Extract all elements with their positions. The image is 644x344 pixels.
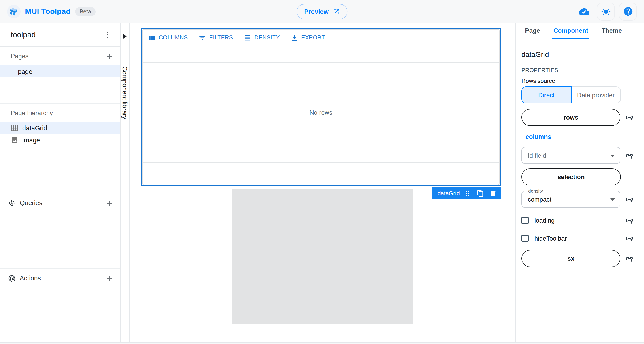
density-value: compact [528, 196, 552, 203]
hide-toolbar-label: hideToolbar [534, 235, 567, 242]
chevron-down-icon [610, 154, 615, 157]
sidebar-item-page-label: page [18, 68, 32, 75]
grid-filters-button[interactable]: FILTERS [198, 34, 233, 41]
add-link-icon [625, 216, 634, 225]
beta-badge: Beta [75, 7, 96, 16]
bind-sx-button[interactable] [620, 254, 638, 263]
expand-library-icon[interactable] [124, 34, 126, 39]
grid-columns-button[interactable]: COLUMNS [148, 34, 188, 41]
bind-hide-toolbar-button[interactable] [620, 234, 638, 243]
hierarchy-item-image-label: image [22, 136, 40, 143]
component-library-strip[interactable]: Component library [121, 23, 130, 342]
project-menu-button[interactable]: ⋮ [101, 29, 114, 40]
app-bar-actions [575, 3, 637, 20]
duplicate-component-button[interactable] [477, 190, 484, 197]
component-library-label: Component library [121, 66, 128, 119]
grid-filters-label: FILTERS [209, 35, 233, 41]
rows-source-data-provider-option[interactable]: Data provider [571, 86, 621, 103]
bind-rows-button[interactable] [620, 113, 638, 122]
id-field-select[interactable]: Id field [522, 147, 620, 164]
loading-property-row: loading [522, 215, 638, 226]
inspector-panel: Page Component Theme dataGrid PROPERTIES… [515, 23, 644, 342]
selection-property-row: selection [522, 168, 638, 186]
theme-toggle-button[interactable] [597, 3, 615, 20]
density-select[interactable]: density compact [522, 191, 620, 208]
bind-id-field-button[interactable] [620, 151, 638, 160]
hierarchy-item-datagrid[interactable]: dataGrid [0, 122, 120, 134]
bind-density-button[interactable] [620, 195, 638, 204]
actions-section: Actions + [0, 268, 120, 342]
app-bottom-edge [0, 342, 644, 344]
datagrid-footer [143, 162, 499, 185]
columns-editor-link[interactable]: columns [526, 133, 551, 140]
brand[interactable]: MUI Toolpad Beta [7, 5, 96, 18]
app-bar: MUI Toolpad Beta Preview [0, 0, 644, 23]
rows-source-toggle: Direct Data provider [522, 86, 621, 103]
datagrid-paper: COLUMNS FILTERS DENSITY EXPORT [142, 29, 500, 185]
properties-heading: PROPERTIES: [522, 67, 638, 73]
grid-columns-label: COLUMNS [159, 35, 188, 41]
bind-loading-button[interactable] [620, 216, 638, 225]
rows-property-row: rows [522, 109, 638, 126]
export-icon [290, 34, 298, 41]
queries-icon [8, 199, 16, 207]
grid-density-button[interactable]: DENSITY [244, 34, 280, 41]
selection-editor-button[interactable]: selection [522, 168, 621, 186]
image-component-placeholder[interactable] [232, 190, 413, 324]
rows-source-direct-option[interactable]: Direct [522, 86, 571, 103]
component-inspector: dataGrid PROPERTIES: Rows source Direct … [516, 39, 644, 342]
toolpad-editor: MUI Toolpad Beta Preview [0, 0, 644, 344]
loading-checkbox[interactable] [522, 217, 528, 224]
sx-editor-button[interactable]: sx [522, 250, 620, 267]
deploy-status-button[interactable] [575, 3, 593, 20]
columns-icon [148, 34, 156, 41]
explorer-sidebar: toolpad ⋮ Pages + page Page hierarchy [0, 23, 121, 342]
open-in-new-icon [333, 8, 340, 15]
chevron-down-icon [610, 199, 615, 201]
loading-label: loading [534, 217, 554, 224]
no-rows-label: No rows [310, 109, 332, 116]
app-title: MUI Toolpad [25, 7, 71, 16]
add-link-icon [625, 254, 634, 263]
help-icon [623, 6, 633, 17]
inspector-tabs: Page Component Theme [516, 23, 644, 39]
id-field-placeholder: Id field [528, 152, 546, 159]
datagrid-component[interactable]: COLUMNS FILTERS DENSITY EXPORT [141, 28, 501, 186]
actions-section-label: Actions [20, 275, 41, 282]
id-field-property-row: Id field [522, 147, 638, 164]
tab-theme[interactable]: Theme [600, 23, 622, 39]
add-query-button[interactable]: + [104, 198, 115, 208]
hide-toolbar-checkbox[interactable] [522, 235, 528, 242]
hierarchy-item-image[interactable]: image [0, 134, 120, 146]
hide-toolbar-property-row: hideToolbar [522, 233, 638, 244]
sidebar-item-page[interactable]: page [0, 65, 120, 78]
filter-icon [198, 34, 206, 41]
image-icon [11, 136, 18, 144]
queries-section-label: Queries [20, 199, 42, 207]
grid-export-button[interactable]: EXPORT [290, 34, 325, 41]
selection-overlay: dataGrid [432, 187, 501, 199]
mui-toolpad-logo-icon [7, 5, 20, 18]
cloud-done-icon [579, 6, 590, 17]
editor-canvas[interactable]: COLUMNS FILTERS DENSITY EXPORT [130, 23, 515, 342]
light-mode-icon [601, 7, 611, 16]
grid-export-label: EXPORT [301, 35, 325, 41]
datagrid-toolbar: COLUMNS FILTERS DENSITY EXPORT [143, 30, 499, 46]
tab-page[interactable]: Page [524, 23, 541, 39]
preview-button[interactable]: Preview [296, 4, 348, 19]
add-action-button[interactable]: + [104, 273, 115, 283]
pages-section: Pages + page [0, 47, 120, 104]
project-name: toolpad [11, 30, 36, 39]
data-grid-icon [11, 124, 18, 132]
grid-density-label: DENSITY [254, 35, 280, 41]
delete-component-button[interactable] [490, 190, 497, 197]
add-page-button[interactable]: + [104, 51, 115, 61]
drag-handle-icon[interactable] [464, 190, 471, 197]
sx-property-row: sx [522, 250, 638, 267]
add-link-icon [625, 234, 634, 243]
tab-component[interactable]: Component [552, 23, 589, 39]
add-link-icon [625, 195, 634, 204]
queries-section: Queries + [0, 193, 120, 268]
help-button[interactable] [619, 3, 637, 20]
rows-editor-button[interactable]: rows [522, 109, 620, 126]
